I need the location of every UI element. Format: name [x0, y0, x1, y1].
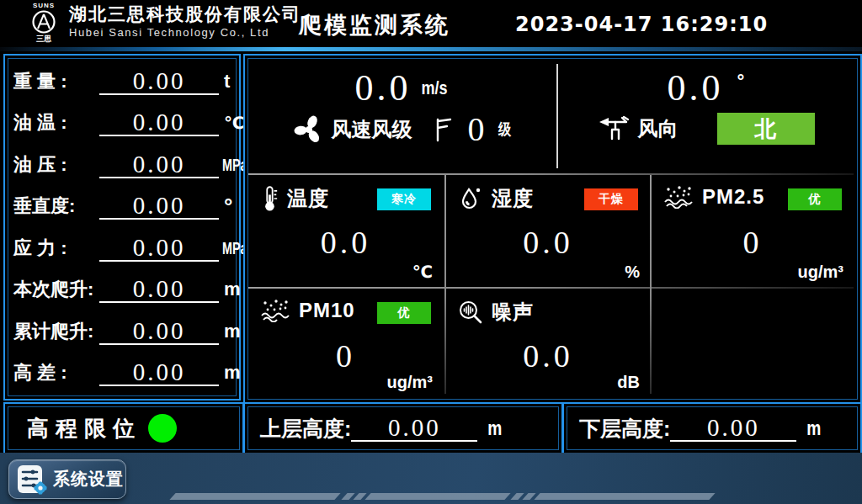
metric-value: 0.00 — [99, 68, 219, 95]
pm25-status-badge: 优 — [788, 188, 842, 210]
footer-decor-stripe — [364, 493, 510, 500]
header-bar: SUNS 三思 湖北三思科技股份有限公司 Hubei Sansi Technol… — [0, 0, 862, 47]
sliders-gear-icon — [16, 463, 48, 496]
metric-row-weight: 重 量 : 0.00 t — [8, 62, 236, 101]
wind-direction-label: 风向 — [638, 115, 678, 142]
wind-level-value: 0 — [468, 113, 485, 146]
pm25-label: PM2.5 — [702, 185, 764, 209]
environment-panel: 0.0 m/s 风速风级 — [243, 54, 862, 404]
metric-row-oil-temp: 油 温 : 0.00 ℃ — [8, 103, 236, 142]
metric-unit: m — [219, 362, 241, 384]
logo-text-top: SUNS — [33, 2, 55, 9]
metric-row-current-climb: 本次爬升: 0.00 m — [8, 270, 236, 309]
noise-cell: 噪声 0.0 dB — [446, 289, 650, 395]
humidity-value: 0.0 — [446, 224, 650, 261]
datetime-display: 2023-04-17 16:29:10 — [515, 13, 768, 36]
metric-row-height-diff: 高 差 : 0.00 m — [8, 353, 236, 392]
climbing-formwork-monitor-screen: SUNS 三思 湖北三思科技股份有限公司 Hubei Sansi Technol… — [0, 0, 862, 504]
wind-speed-label: 风速风级 — [332, 116, 412, 143]
humidity-header: 湿度 — [458, 185, 534, 212]
noise-header: 噪声 — [458, 299, 534, 326]
wind-speed-info-line: 风速风级 0 级 — [293, 113, 513, 146]
empty-cell — [652, 289, 854, 395]
upper-height-value: 0.00 — [351, 415, 477, 442]
humidity-cell: 湿度 干燥 0.0 % — [446, 175, 650, 285]
company-name-en: Hubei Sansi Technology Co., Ltd — [69, 25, 301, 40]
metric-label: 应 力 : — [8, 236, 99, 261]
metric-unit: m — [219, 321, 241, 342]
wind-speed-section: 0.0 m/s 风速风级 — [248, 59, 556, 172]
wind-barb-icon — [434, 117, 453, 142]
elevation-limit-box: 高程限位 — [3, 402, 244, 454]
pm25-header: PM2.5 — [663, 185, 764, 209]
wind-direction-info-line: 风向 北 — [598, 113, 815, 145]
wind-vane-icon — [598, 115, 631, 142]
metric-label: 垂直度: — [8, 194, 99, 219]
wind-speed-value-line: 0.0 m/s — [355, 69, 450, 108]
pm25-unit: ug/m³ — [798, 263, 843, 282]
upper-height-label: 上层高度: — [260, 415, 351, 443]
noise-value: 0.0 — [446, 337, 650, 374]
wind-direction-section: 0.0 ° 风向 北 — [558, 59, 854, 172]
header-divider — [0, 47, 862, 51]
metric-value: 0.00 — [99, 318, 219, 345]
lower-height-unit: m — [806, 416, 821, 440]
metric-label: 油 压 : — [8, 152, 99, 178]
wind-speed-unit: m/s — [421, 77, 447, 99]
fan-icon — [293, 114, 325, 146]
footer-decor-stripe — [534, 493, 715, 500]
noise-label: 噪声 — [492, 299, 534, 326]
wind-direction-badge: 北 — [717, 113, 815, 145]
metric-label: 重 量 : — [8, 69, 99, 94]
wind-direction-unit: ° — [737, 71, 745, 93]
metric-unit: ° — [219, 194, 236, 220]
company-name-cn: 湖北三思科技股份有限公司 — [69, 3, 301, 25]
metric-label: 高 差 : — [8, 360, 99, 385]
upper-height-box: 上层高度: 0.00 m — [243, 402, 563, 454]
temperature-header: 温度 — [260, 185, 329, 212]
lower-height-box: 下层高度: 0.00 m — [562, 402, 862, 454]
metric-unit: t — [219, 71, 236, 93]
footer-bar: 系统设置 — [0, 453, 862, 504]
company-logo: SUNS 三思 — [22, 2, 66, 47]
pm10-value: 0 — [248, 337, 443, 374]
temperature-label: 温度 — [287, 185, 329, 212]
page-title: 爬模监测系统 — [299, 10, 450, 40]
wind-level-unit: 级 — [498, 119, 510, 141]
system-settings-button[interactable]: 系统设置 — [8, 459, 126, 499]
metric-value: 0.00 — [99, 276, 219, 303]
temperature-cell: 温度 寒冷 0.0 ℃ — [248, 175, 443, 285]
company-name-block: 湖北三思科技股份有限公司 Hubei Sansi Technology Co.,… — [69, 3, 301, 40]
droplet-icon — [458, 186, 483, 211]
temperature-status-badge: 寒冷 — [377, 188, 431, 210]
metric-row-verticality: 垂直度: 0.00 ° — [8, 187, 236, 225]
metric-row-total-climb: 累计爬升: 0.00 m — [8, 312, 236, 351]
thermometer-icon — [260, 185, 279, 212]
pm25-value: 0 — [652, 224, 854, 261]
lower-height-label: 下层高度: — [579, 415, 670, 443]
humidity-label: 湿度 — [492, 185, 534, 212]
wind-direction-value: 0.0 — [668, 69, 724, 108]
dust-icon — [260, 299, 290, 322]
upper-height-unit: m — [487, 416, 502, 440]
metric-row-stress: 应 力 : 0.00 MPa — [8, 229, 236, 268]
pm10-unit: ug/m³ — [387, 373, 433, 392]
humidity-status-badge: 干燥 — [584, 188, 638, 210]
pm10-label: PM10 — [299, 299, 355, 322]
elevation-limit-indicator — [148, 414, 177, 443]
pm10-cell: PM10 优 0 ug/m³ — [248, 289, 443, 395]
dust-icon — [663, 185, 694, 209]
metric-label: 油 温 : — [8, 110, 99, 135]
metric-value: 0.00 — [99, 151, 219, 178]
pm25-cell: PM2.5 优 0 ug/m³ — [652, 175, 854, 285]
metric-label: 累计爬升: — [8, 319, 99, 344]
metric-value: 0.00 — [99, 193, 219, 220]
wind-speed-value: 0.0 — [355, 69, 412, 108]
logo-text-bottom: 三思 — [36, 34, 51, 43]
lower-height-value: 0.00 — [670, 415, 796, 442]
metric-row-oil-pressure: 油 压 : 0.00 MPa — [8, 146, 236, 184]
metric-value: 0.00 — [99, 109, 219, 136]
logo-circle-a-icon — [31, 9, 56, 34]
metrics-sidebar: 重 量 : 0.00 t 油 温 : 0.00 ℃ 油 压 : 0.00 MPa… — [3, 54, 241, 401]
metric-label: 本次爬升: — [8, 277, 99, 302]
